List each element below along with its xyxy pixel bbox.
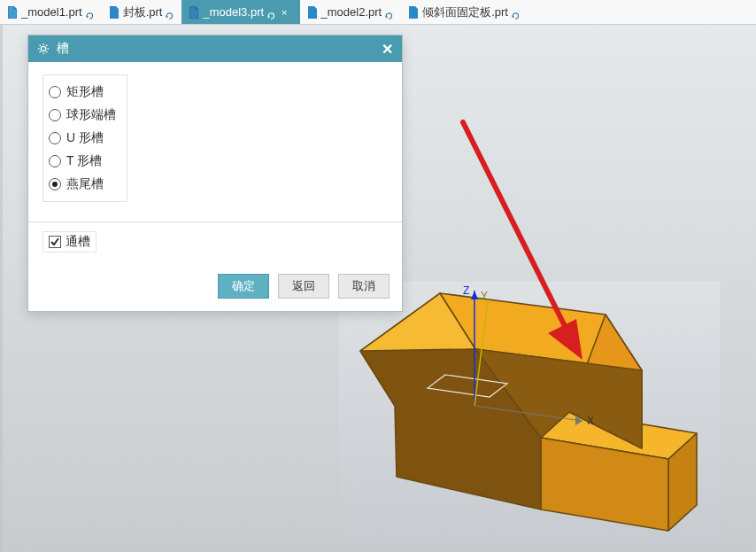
dialog-titlebar[interactable]: 槽 ✕: [28, 35, 402, 62]
file-icon: [7, 6, 18, 19]
svg-line-88: [40, 45, 41, 46]
svg-text:X: X: [587, 415, 594, 427]
file-icon: [307, 6, 318, 19]
tab-fengban[interactable]: 封板.prt: [102, 0, 182, 24]
tab-label: 倾斜面固定板.prt: [422, 4, 508, 20]
close-icon[interactable]: ✕: [382, 41, 393, 58]
tab-model1[interactable]: _model1.prt: [0, 0, 102, 24]
radio-t-slot[interactable]: T 形槽: [49, 150, 116, 173]
checkbox-label: 通槽: [66, 234, 90, 250]
svg-text:Z: Z: [463, 284, 469, 297]
modified-icon: [512, 9, 519, 16]
tab-qinxiemian[interactable]: 倾斜面固定板.prt: [401, 0, 528, 24]
svg-line-89: [46, 51, 47, 52]
radio-icon: [49, 155, 61, 167]
radio-dovetail-slot[interactable]: 燕尾槽: [49, 173, 116, 196]
close-icon[interactable]: ×: [282, 7, 287, 18]
file-icon: [109, 6, 120, 19]
svg-text:Y: Y: [481, 290, 488, 302]
tab-label: _model2.prt: [321, 5, 382, 19]
tab-model3[interactable]: _model3.prt ×: [181, 0, 299, 24]
back-button[interactable]: 返回: [278, 274, 329, 299]
modified-icon: [166, 9, 173, 16]
radio-icon: [49, 86, 61, 98]
dialog-title-text: 槽: [57, 41, 69, 57]
file-tabs: _model1.prt 封板.prt _model3.prt × _model2…: [0, 0, 756, 25]
file-icon: [189, 6, 199, 19]
ok-button[interactable]: 确定: [218, 274, 269, 299]
svg-point-83: [41, 46, 45, 51]
slot-dialog: 槽 ✕ 矩形槽 球形端槽 U 形槽 T 形槽 燕尾槽: [27, 35, 403, 312]
tab-label: _model3.prt: [203, 5, 264, 19]
cancel-button[interactable]: 取消: [338, 274, 390, 299]
radio-icon: [49, 178, 61, 190]
checkbox-icon: [49, 236, 61, 248]
modified-icon: [86, 9, 93, 16]
radio-icon: [49, 132, 61, 144]
through-slot-checkbox[interactable]: 通槽: [42, 231, 96, 253]
radio-label: T 形槽: [66, 153, 102, 169]
radio-label: U 形槽: [66, 130, 104, 146]
gear-icon: [37, 43, 50, 55]
tab-model2[interactable]: _model2.prt: [300, 0, 402, 24]
radio-label: 球形端槽: [66, 107, 116, 123]
radio-ball-end-slot[interactable]: 球形端槽: [49, 104, 116, 127]
modified-icon: [385, 9, 392, 16]
slot-type-group: 矩形槽 球形端槽 U 形槽 T 形槽 燕尾槽: [42, 74, 127, 202]
divider: [28, 222, 402, 222]
radio-icon: [49, 109, 61, 121]
tab-label: 封板.prt: [123, 4, 163, 20]
modified-icon: [267, 9, 274, 16]
svg-line-90: [40, 51, 41, 52]
radio-u-slot[interactable]: U 形槽: [49, 127, 116, 150]
radio-label: 矩形槽: [66, 84, 104, 100]
tab-label: _model1.prt: [21, 5, 82, 19]
radio-label: 燕尾槽: [66, 176, 104, 192]
dialog-buttons: 确定 返回 取消: [28, 265, 402, 311]
file-icon: [408, 6, 419, 19]
radio-rect-slot[interactable]: 矩形槽: [49, 81, 116, 104]
svg-line-91: [46, 45, 47, 46]
